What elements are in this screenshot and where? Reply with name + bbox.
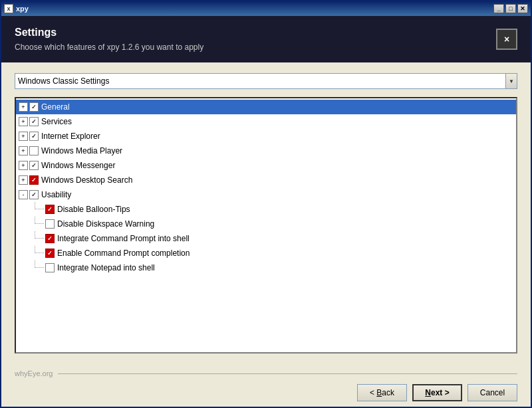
- next-button[interactable]: Next >: [412, 384, 462, 401]
- checkbox-enable-command-prompt[interactable]: [45, 249, 55, 258]
- window-title: xpy: [16, 5, 493, 13]
- button-row: < Back Next > Cancel: [15, 384, 517, 401]
- checkbox-integrate-notepad[interactable]: [45, 263, 55, 272]
- window-icon: x: [4, 4, 13, 13]
- item-label-general: General: [41, 102, 70, 112]
- checkbox-windows-desktop-search[interactable]: [29, 175, 39, 185]
- checkbox-disable-diskspace-warning[interactable]: [45, 219, 55, 229]
- tree-item-windows-media-player[interactable]: +Windows Media Player: [16, 144, 516, 158]
- main-window: x xpy _ □ ✕ Settings Choose which featur…: [0, 0, 532, 408]
- expand-btn-general[interactable]: +: [19, 102, 28, 112]
- tree-item-general[interactable]: +General: [16, 100, 516, 114]
- item-label-usability: Usability: [41, 190, 71, 199]
- tree-item-integrate-notepad[interactable]: Integrate Notepad into shell: [16, 260, 516, 275]
- expand-btn-services[interactable]: +: [19, 117, 28, 126]
- dropdown-container: Windows Classic Settings ▼: [15, 73, 517, 89]
- item-label-internet-explorer: Internet Explorer: [41, 132, 100, 141]
- item-label-integrate-command-prompt: Integrate Command Prompt into shell: [57, 234, 190, 243]
- back-button[interactable]: < Back: [357, 384, 407, 401]
- watermark-divider: [58, 373, 517, 374]
- tree-item-usability[interactable]: -Usability: [16, 187, 516, 202]
- next-label: Next >: [425, 388, 449, 397]
- bottom-section: whyEye.org < Back Next > Cancel: [1, 364, 531, 407]
- tree-item-integrate-command-prompt[interactable]: Integrate Command Prompt into shell: [16, 231, 516, 246]
- close-button[interactable]: ✕: [517, 4, 528, 13]
- header-section: Settings Choose which features of xpy 1.…: [1, 16, 531, 62]
- header-title: Settings: [15, 27, 203, 39]
- expand-btn-usability[interactable]: -: [19, 190, 28, 199]
- checkbox-integrate-command-prompt[interactable]: [45, 234, 55, 243]
- tree-container[interactable]: +General+Services+Internet Explorer+Wind…: [15, 97, 517, 354]
- item-label-windows-media-player: Windows Media Player: [41, 146, 122, 155]
- header-subtitle: Choose which features of xpy 1.2.6 you w…: [15, 43, 203, 52]
- tree-item-disable-diskspace-warning[interactable]: Disable Diskspace Warning: [16, 217, 516, 231]
- item-label-enable-command-prompt: Enable Command Prompt completion: [57, 249, 190, 258]
- expand-btn-internet-explorer[interactable]: +: [19, 132, 28, 141]
- back-label: < Back: [370, 388, 394, 397]
- checkbox-services[interactable]: [29, 117, 39, 126]
- checkbox-general[interactable]: [29, 102, 39, 112]
- expand-btn-windows-messenger[interactable]: +: [19, 161, 28, 170]
- header-text: Settings Choose which features of xpy 1.…: [15, 27, 203, 52]
- item-label-integrate-notepad: Integrate Notepad into shell: [57, 263, 155, 272]
- tree-item-services[interactable]: +Services: [16, 114, 516, 129]
- minimize-button[interactable]: _: [493, 4, 504, 13]
- watermark-text: whyEye.org: [15, 369, 53, 377]
- tree-item-windows-desktop-search[interactable]: +Windows Desktop Search: [16, 173, 516, 187]
- expand-btn-windows-media-player[interactable]: +: [19, 146, 28, 155]
- item-label-windows-desktop-search: Windows Desktop Search: [41, 175, 132, 185]
- checkbox-usability[interactable]: [29, 190, 39, 199]
- title-bar: x xpy _ □ ✕: [1, 1, 531, 16]
- expand-btn-windows-desktop-search[interactable]: +: [19, 175, 28, 185]
- title-bar-buttons: _ □ ✕: [493, 4, 528, 13]
- settings-dropdown[interactable]: Windows Classic Settings: [15, 73, 505, 89]
- checkbox-internet-explorer[interactable]: [29, 132, 39, 141]
- tree-list: +General+Services+Internet Explorer+Wind…: [16, 98, 516, 276]
- settings-dropdown-wrapper: Windows Classic Settings ▼: [15, 73, 517, 89]
- item-label-services: Services: [41, 117, 72, 126]
- checkbox-windows-media-player[interactable]: [29, 146, 39, 155]
- dropdown-arrow-button[interactable]: ▼: [505, 73, 517, 89]
- checkbox-disable-balloon-tips[interactable]: [45, 205, 55, 214]
- tree-item-disable-balloon-tips[interactable]: Disable Balloon-Tips: [16, 202, 516, 217]
- header-close-button[interactable]: ×: [496, 29, 517, 50]
- watermark-line: whyEye.org: [15, 369, 517, 377]
- tree-item-enable-command-prompt[interactable]: Enable Command Prompt completion: [16, 246, 516, 260]
- maximize-button[interactable]: □: [505, 4, 516, 13]
- checkbox-windows-messenger[interactable]: [29, 161, 39, 170]
- item-label-disable-balloon-tips: Disable Balloon-Tips: [57, 205, 130, 214]
- cancel-button[interactable]: Cancel: [467, 384, 517, 401]
- tree-item-windows-messenger[interactable]: +Windows Messenger: [16, 158, 516, 173]
- tree-item-internet-explorer[interactable]: +Internet Explorer: [16, 129, 516, 144]
- item-label-disable-diskspace-warning: Disable Diskspace Warning: [57, 219, 154, 229]
- main-content: Windows Classic Settings ▼ +General+Serv…: [1, 62, 531, 364]
- item-label-windows-messenger: Windows Messenger: [41, 161, 115, 170]
